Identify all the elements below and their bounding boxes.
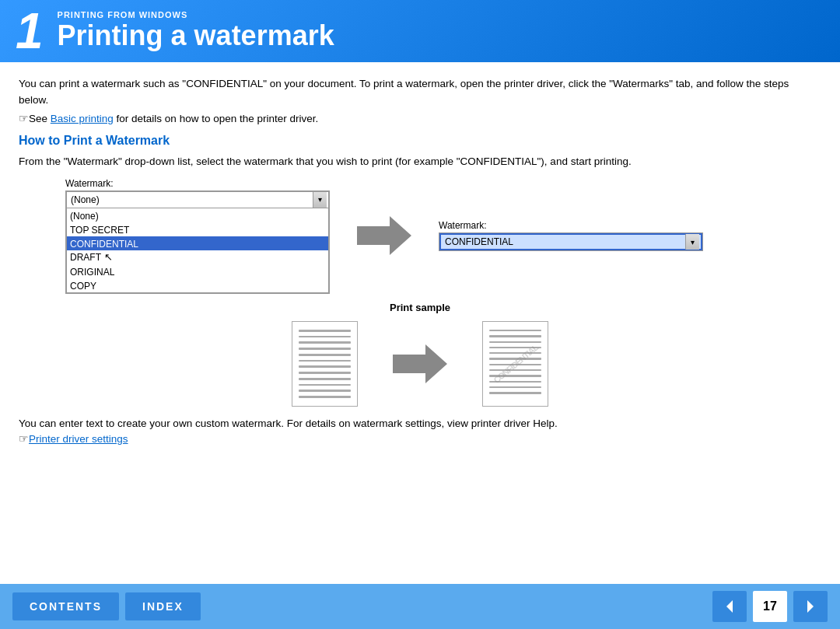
- left-watermark-dropdown-container: (None) ▾ (None) TOP SECRET CONFIDENTIAL …: [65, 190, 330, 294]
- bottom-link-line: ☞Printer driver settings: [19, 432, 821, 445]
- right-select-value: CONFIDENTIAL: [443, 236, 685, 247]
- arrow-right-2: [389, 341, 451, 387]
- doc-line: [299, 396, 351, 398]
- index-button[interactable]: INDEX: [125, 592, 201, 620]
- left-dropdown-button[interactable]: ▾: [313, 192, 327, 208]
- left-watermark-select-bar[interactable]: (None) ▾: [66, 191, 329, 208]
- main-content: You can print a watermark such as "CONFI…: [0, 62, 840, 453]
- doc-line: [299, 372, 351, 374]
- right-dropdown-button[interactable]: ▾: [685, 234, 699, 250]
- next-arrow-icon: [803, 599, 818, 614]
- footer-nav: 17: [712, 591, 828, 622]
- svg-marker-2: [726, 600, 733, 613]
- prev-arrow-icon: [722, 599, 737, 614]
- print-sample-area: Print sample: [19, 302, 821, 407]
- page-header: 1 PRINTING FROM WINDOWS Printing a water…: [0, 0, 840, 62]
- doc-before: [292, 321, 358, 407]
- next-page-button[interactable]: [793, 591, 828, 622]
- left-watermark-list: (None) TOP SECRET CONFIDENTIAL DRAFT ↖ O…: [66, 208, 329, 293]
- list-item-confidential[interactable]: CONFIDENTIAL: [67, 236, 328, 250]
- chapter-number: 1: [16, 6, 44, 56]
- svg-marker-3: [807, 600, 814, 613]
- list-item-copy[interactable]: COPY: [67, 278, 328, 292]
- watermark-overlay: CONFIDENTIAL: [483, 322, 548, 406]
- see-suffix: for details on how to open the printer d…: [114, 113, 318, 124]
- watermark-text: CONFIDENTIAL: [492, 343, 539, 385]
- from-text: From the "Watermark" drop-down list, sel…: [19, 156, 821, 167]
- doc-line: [299, 378, 351, 380]
- diagram-row: Watermark: (None) ▾ (None) TOP SECRET CO…: [19, 178, 821, 294]
- prev-page-button[interactable]: [712, 591, 747, 622]
- doc-after: CONFIDENTIAL: [482, 321, 548, 407]
- section-title: How to Print a Watermark: [19, 134, 821, 148]
- see-prefix: ☞See: [19, 113, 51, 124]
- right-watermark-widget: Watermark: CONFIDENTIAL ▾: [439, 220, 703, 251]
- list-item-top-secret[interactable]: TOP SECRET: [67, 222, 328, 236]
- doc-line: [299, 348, 351, 350]
- doc-line: [299, 384, 351, 386]
- doc-line: [299, 336, 351, 338]
- left-watermark-widget: Watermark: (None) ▾ (None) TOP SECRET CO…: [65, 178, 330, 294]
- footer: CONTENTS INDEX 17: [0, 584, 840, 629]
- printer-driver-link[interactable]: Printer driver settings: [29, 433, 128, 445]
- contents-button[interactable]: CONTENTS: [12, 592, 119, 620]
- doc-line: [299, 341, 351, 344]
- right-watermark-dropdown-container: CONFIDENTIAL ▾: [439, 232, 703, 251]
- doc-line: [299, 354, 351, 356]
- header-text-block: PRINTING FROM WINDOWS Printing a waterma…: [58, 10, 334, 52]
- doc-line: [299, 390, 351, 392]
- basic-printing-link[interactable]: Basic printing: [51, 113, 114, 124]
- doc-line: [299, 365, 351, 368]
- print-sample-row: CONFIDENTIAL: [292, 321, 548, 407]
- bottom-link-prefix: ☞: [19, 432, 29, 445]
- right-watermark-select-bar[interactable]: CONFIDENTIAL ▾: [439, 233, 702, 250]
- chapter-subtitle: PRINTING FROM WINDOWS: [58, 10, 334, 19]
- list-item-original[interactable]: ORIGINAL: [67, 264, 328, 278]
- bottom-text: You can enter text to create your own cu…: [19, 418, 821, 429]
- intro-paragraph: You can print a watermark such as "CONFI…: [19, 76, 821, 109]
- svg-marker-1: [393, 344, 447, 383]
- list-item-draft[interactable]: DRAFT ↖: [67, 250, 328, 264]
- print-sample-label: Print sample: [390, 302, 450, 313]
- page-number: 17: [753, 591, 787, 622]
- svg-marker-0: [357, 216, 411, 255]
- left-watermark-label: Watermark:: [65, 178, 330, 189]
- doc-line: [299, 360, 351, 362]
- chapter-title: Printing a watermark: [58, 19, 334, 52]
- right-watermark-label: Watermark:: [439, 220, 703, 231]
- list-item-none[interactable]: (None): [67, 208, 328, 222]
- arrow-right-1: [353, 212, 415, 259]
- see-link-line: ☞See Basic printing for details on how t…: [19, 112, 821, 124]
- doc-line: [299, 330, 351, 332]
- left-select-value: (None): [68, 194, 313, 205]
